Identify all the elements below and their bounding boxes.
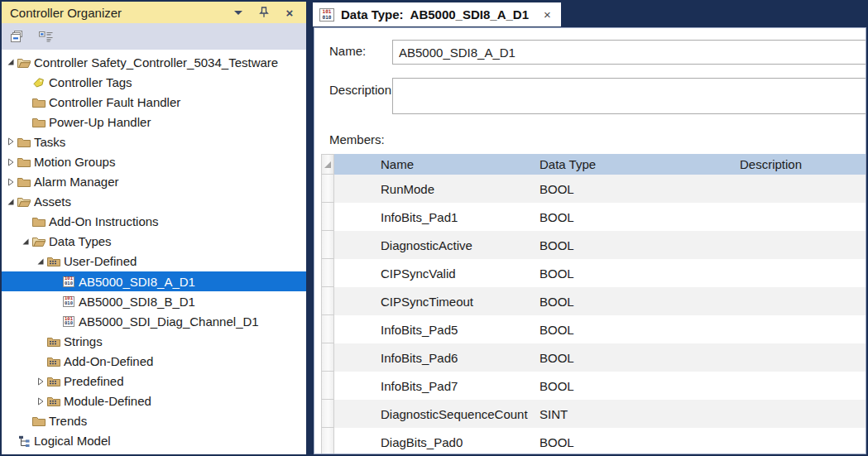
row-selector[interactable] — [321, 203, 334, 231]
row-selector[interactable] — [321, 372, 334, 400]
member-description-cell[interactable] — [735, 287, 866, 315]
tree-item[interactable]: Controller Fault Handler — [2, 92, 306, 112]
collapse-node-icon[interactable] — [5, 198, 17, 206]
expand-node-icon[interactable] — [35, 397, 46, 406]
member-type-cell[interactable]: BOOL — [535, 428, 735, 454]
tab-close-icon[interactable]: × — [544, 8, 551, 21]
member-type-cell[interactable]: BOOL — [535, 287, 735, 315]
tab-title: Data Type: — [341, 7, 404, 22]
member-name-cell[interactable]: InfoBits_Pad5 — [334, 315, 535, 343]
column-header-name[interactable]: Name — [334, 154, 535, 175]
member-type-cell[interactable]: BOOL — [535, 203, 735, 231]
row-selector[interactable] — [321, 175, 334, 203]
member-description-cell[interactable] — [735, 315, 866, 343]
window-position-icon[interactable] — [233, 7, 244, 18]
member-name-cell[interactable]: InfoBits_Pad1 — [334, 203, 535, 231]
tree-item[interactable]: Alarm Manager — [2, 172, 306, 192]
tree-item[interactable]: Motion Groups — [2, 151, 306, 171]
expand-node-icon[interactable] — [5, 158, 17, 166]
row-selector[interactable] — [321, 231, 334, 259]
tree-indent — [2, 281, 50, 282]
member-description-cell[interactable] — [735, 400, 866, 428]
row-selector[interactable] — [321, 315, 334, 343]
member-name-cell[interactable]: RunMode — [334, 175, 535, 203]
tab-data-type[interactable]: 101010 Data Type: AB5000_SDI8_A_D1 × — [313, 2, 561, 26]
member-type-cell[interactable]: BOOL — [535, 372, 735, 400]
udt-icon: 101010 — [61, 295, 76, 308]
tree-item[interactable]: 101010 AB5000_SDI8_B_D1 — [2, 291, 306, 311]
name-label: Name: — [329, 45, 366, 58]
tree-item-label: Alarm Manager — [34, 175, 124, 189]
tree-item[interactable]: Controller Tags — [2, 72, 306, 92]
expand-node-icon[interactable] — [5, 178, 17, 186]
row-selector[interactable] — [321, 259, 334, 287]
tree-item[interactable]: User-Defined — [2, 252, 306, 271]
row-selector[interactable] — [321, 400, 334, 428]
collapse-node-icon[interactable] — [35, 257, 46, 266]
name-input[interactable] — [392, 40, 866, 65]
expand-properties-button[interactable] — [36, 27, 55, 46]
member-row: DiagBits_Pad0 BOOL — [321, 428, 866, 454]
folder-icon — [31, 415, 46, 428]
tree-item[interactable]: Assets — [2, 192, 306, 212]
member-description-cell[interactable] — [735, 343, 866, 372]
collapse-node-icon[interactable] — [20, 238, 31, 246]
tree-item-label: Assets — [34, 194, 76, 209]
member-name-cell[interactable]: DiagBits_Pad0 — [334, 428, 535, 454]
expand-node-icon[interactable] — [5, 137, 17, 146]
tree-item[interactable]: Trends — [2, 411, 306, 431]
grid-body: RunMode BOOL InfoBits_Pad1 BOOL Diagnost… — [321, 175, 866, 454]
tree-item[interactable]: Strings — [2, 331, 306, 351]
row-selector[interactable] — [321, 343, 334, 372]
tree-item[interactable]: Tasks — [2, 132, 306, 151]
tree-item[interactable]: Data Types — [2, 232, 306, 252]
member-description-cell[interactable] — [735, 372, 866, 400]
member-type-cell[interactable]: BOOL — [535, 343, 735, 372]
column-header-data-type[interactable]: Data Type — [535, 154, 735, 175]
expand-properties-icon — [38, 30, 54, 44]
member-description-cell[interactable] — [735, 259, 866, 287]
member-name-cell[interactable]: InfoBits_Pad7 — [334, 372, 535, 400]
tree-item-label: AB5000_SDI8_B_D1 — [79, 295, 200, 309]
tree-item-label: Module-Defined — [64, 394, 156, 408]
member-description-cell[interactable] — [735, 231, 866, 259]
close-icon[interactable]: × — [284, 7, 295, 18]
tree-item[interactable]: Power-Up Handler — [2, 112, 306, 132]
tree-item[interactable]: Controller Safety_Controller_5034_Testwa… — [2, 52, 306, 72]
member-type-cell[interactable]: SINT — [535, 400, 735, 428]
member-name-cell[interactable]: CIPSyncTimeout — [334, 287, 535, 315]
member-type-cell[interactable]: BOOL — [535, 259, 735, 287]
tree-item[interactable]: 101010 AB5000_SDI8_A_D1 — [2, 271, 306, 291]
member-name-cell[interactable]: CIPSyncValid — [334, 259, 535, 287]
pin-icon[interactable] — [258, 7, 270, 18]
tree-item[interactable]: Add-On-Defined — [2, 351, 306, 371]
member-name-cell[interactable]: DiagnosticActive — [334, 231, 535, 259]
tree-item[interactable]: 101010 AB5000_SDI_Diag_Channel_D1 — [2, 311, 306, 331]
collapse-all-icon — [10, 30, 26, 44]
member-type-cell[interactable]: BOOL — [535, 315, 735, 343]
panel-title-icons: × — [233, 7, 300, 18]
folder-udt-icon — [46, 334, 61, 348]
row-selector[interactable] — [321, 287, 334, 315]
collapse-node-icon[interactable] — [5, 58, 17, 66]
column-header-description[interactable]: Description — [735, 154, 866, 175]
member-description-cell[interactable] — [735, 428, 866, 454]
description-input[interactable] — [392, 78, 866, 114]
tree-item[interactable]: Logical Model — [2, 431, 306, 451]
member-description-cell[interactable] — [735, 203, 866, 231]
member-name-cell[interactable]: DiagnosticSequenceCount — [334, 400, 535, 428]
member-type-cell[interactable]: BOOL — [535, 175, 735, 203]
expand-node-icon[interactable] — [35, 377, 46, 386]
collapse-all-button[interactable] — [7, 27, 27, 46]
member-description-cell[interactable] — [735, 175, 866, 203]
row-selector[interactable] — [321, 428, 334, 454]
member-row: CIPSyncTimeout BOOL — [321, 287, 866, 315]
tree-item[interactable]: Add-On Instructions — [2, 212, 306, 232]
select-all-cell[interactable] — [321, 154, 334, 175]
member-name-cell[interactable]: InfoBits_Pad6 — [334, 343, 535, 372]
folder-udt-icon — [46, 354, 61, 367]
tree-item[interactable]: Predefined — [2, 372, 306, 391]
tree-item[interactable]: Module-Defined — [2, 391, 306, 411]
member-type-cell[interactable]: BOOL — [535, 231, 735, 259]
member-row: InfoBits_Pad6 BOOL — [321, 343, 866, 372]
